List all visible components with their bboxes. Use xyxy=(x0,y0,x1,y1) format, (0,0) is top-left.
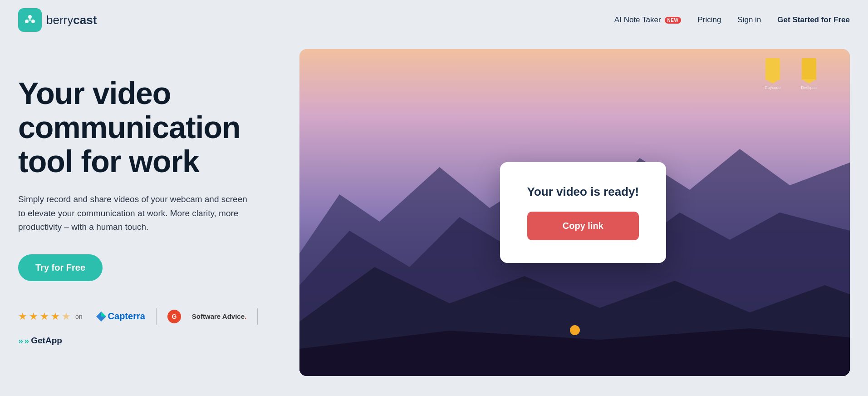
star-1: ★ xyxy=(18,311,27,322)
nav-pricing[interactable]: Pricing xyxy=(697,15,721,25)
getapp-arrows-icon: » » xyxy=(18,336,29,346)
header: berrycast AI Note Taker NEW Pricing Sign… xyxy=(0,0,868,40)
svg-marker-5 xyxy=(101,312,106,317)
taskbar-icon-deskpair xyxy=(802,58,816,80)
svg-point-3 xyxy=(29,18,31,21)
on-text: on xyxy=(75,313,83,320)
star-4: ★ xyxy=(51,311,60,322)
taskbar-icons: Daycode Deskpair xyxy=(759,58,823,84)
popup-title: Your video is ready! xyxy=(527,185,639,199)
video-ready-popup: Your video is ready! Copy link xyxy=(500,162,667,263)
capterra-logo: Capterra xyxy=(96,311,145,322)
nav: AI Note Taker NEW Pricing Sign in Get St… xyxy=(614,15,850,25)
getapp-logo: » » GetApp xyxy=(18,336,62,346)
divider-1 xyxy=(156,308,157,325)
hero-image-section: Daycode Deskpair Your video is ready! Co… xyxy=(299,49,850,376)
hero-subtitle: Simply record and share videos of your w… xyxy=(18,193,254,234)
nav-get-started[interactable]: Get Started for Free xyxy=(777,15,850,25)
stars-section: ★ ★ ★ ★ ★ on xyxy=(18,311,85,322)
new-badge: NEW xyxy=(665,17,682,24)
taskbar-label-2: Deskpair xyxy=(795,85,823,90)
logo-icon xyxy=(18,8,42,32)
nav-signin[interactable]: Sign in xyxy=(737,15,761,25)
taskbar-icon-2: Deskpair xyxy=(795,58,823,84)
try-for-free-button[interactable]: Try for Free xyxy=(18,254,103,281)
svg-point-2 xyxy=(31,20,35,23)
svg-point-1 xyxy=(25,20,29,23)
divider-2 xyxy=(257,308,258,325)
ratings-row: ★ ★ ★ ★ ★ on Capterra G Sof xyxy=(18,308,281,346)
capterra-text: Capterra xyxy=(108,311,145,322)
star-2: ★ xyxy=(29,311,38,322)
hero-title: Your video communication tool for work xyxy=(18,76,281,178)
main-content: Your video communication tool for work S… xyxy=(0,40,868,394)
logo-text: berrycast xyxy=(46,13,97,27)
svg-point-0 xyxy=(28,15,32,19)
taskbar-label-1: Daycode xyxy=(759,85,786,90)
g2-logo: G xyxy=(167,310,181,323)
copy-link-button[interactable]: Copy link xyxy=(527,212,639,240)
software-advice-logo: Software Advice. xyxy=(192,312,246,321)
star-5-half: ★ xyxy=(62,311,71,322)
star-3: ★ xyxy=(40,311,49,322)
logo[interactable]: berrycast xyxy=(18,8,97,32)
taskbar-icon-daycode xyxy=(765,58,780,80)
nav-ai-note-taker[interactable]: AI Note Taker NEW xyxy=(614,15,682,25)
hero-background: Daycode Deskpair Your video is ready! Co… xyxy=(299,49,850,376)
taskbar-icon-1: Daycode xyxy=(759,58,786,84)
indicator-dot xyxy=(570,325,580,335)
getapp-text: GetApp xyxy=(31,336,62,346)
capterra-icon xyxy=(96,312,106,322)
left-section: Your video communication tool for work S… xyxy=(18,49,281,346)
